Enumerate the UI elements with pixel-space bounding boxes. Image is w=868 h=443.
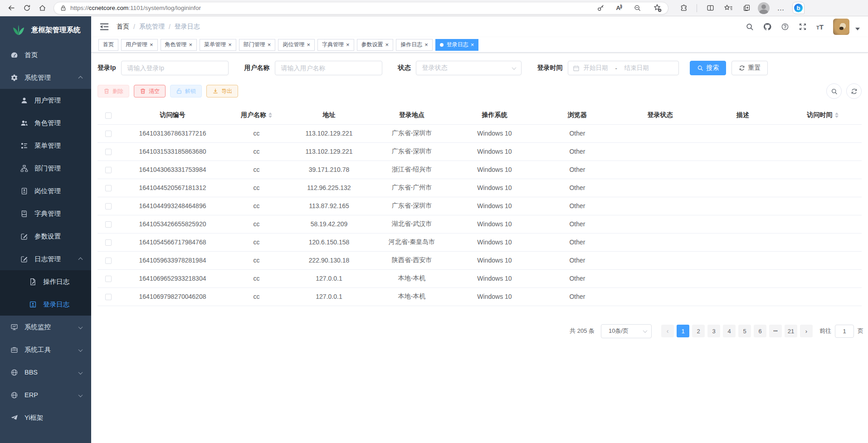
collections-icon[interactable] [740,1,753,15]
user-avatar[interactable] [833,19,849,35]
address-bar[interactable]: https://ccnetcore.com:1101/system/log/lo… [54,2,668,15]
browser-menu-icon[interactable]: … [774,1,788,15]
row-checkbox[interactable] [105,276,112,282]
tab-部门管理[interactable]: 部门管理× [239,39,276,51]
refresh-table-button[interactable] [846,83,862,99]
row-checkbox[interactable] [105,149,112,155]
tab-岗位管理[interactable]: 岗位管理× [278,39,315,51]
row-checkbox[interactable] [105,167,112,173]
username-input[interactable] [275,61,382,75]
sidebar-item-7[interactable]: 岗位管理 [0,180,91,202]
close-tab-icon[interactable]: × [150,42,153,48]
font-size-icon[interactable]: TT [816,23,824,31]
pager-page-button[interactable]: 2 [692,325,705,337]
help-icon[interactable] [781,23,789,31]
row-checkbox[interactable] [105,258,112,264]
copilot-icon[interactable]: b [792,2,805,14]
row-checkbox[interactable] [105,294,112,300]
sidebar-item-16[interactable]: ERP [0,384,91,406]
pager-page-button[interactable]: 6 [754,325,766,337]
toggle-search-button[interactable] [826,83,842,99]
favorites-icon[interactable] [722,1,735,15]
select-all-checkbox[interactable] [105,112,112,119]
sort-caret-icon[interactable] [835,111,839,120]
sort-caret-icon[interactable] [268,111,272,120]
status-select[interactable]: 登录状态 [416,61,522,75]
pager-page-button[interactable]: 4 [723,325,736,337]
prev-page-button[interactable]: ‹ [661,325,674,337]
split-screen-icon[interactable] [703,1,717,15]
pager-page-button[interactable]: 21 [785,325,797,337]
sidebar-item-6[interactable]: 部门管理 [0,157,91,180]
tab-角色管理[interactable]: 角色管理× [161,39,197,51]
refresh-icon[interactable] [20,1,34,15]
page-size-select[interactable]: 10条/页 [601,324,652,338]
next-page-button[interactable]: › [800,325,813,337]
tab-首页[interactable]: 首页 [98,39,118,51]
read-aloud-icon[interactable]: A)) [616,4,622,11]
tab-用户管理[interactable]: 用户管理× [121,39,158,51]
sidebar-item-15[interactable]: BBS [0,361,91,384]
export-button[interactable]: 导出 [206,85,238,97]
sidebar-item-9[interactable]: 参数设置 [0,225,91,248]
close-tab-icon[interactable]: × [268,42,271,48]
tab-字典管理[interactable]: 字典管理× [317,39,354,51]
tab-菜单管理[interactable]: 菜单管理× [200,39,236,51]
back-icon[interactable] [5,1,18,15]
tab-登录日志[interactable]: 登录日志× [435,39,479,51]
sidebar-item-3[interactable]: 用户管理 [0,89,91,112]
sidebar-item-5[interactable]: 菜单管理 [0,134,91,157]
header-search-icon[interactable] [746,23,754,31]
close-tab-icon[interactable]: × [307,42,310,48]
password-key-icon[interactable] [597,4,605,12]
sidebar-item-10[interactable]: 日志管理 [0,248,91,270]
add-favorite-icon[interactable] [653,4,662,12]
close-tab-icon[interactable]: × [346,42,350,48]
row-checkbox[interactable] [105,185,112,191]
date-range-picker[interactable]: 开始日期 - 结束日期 [568,61,679,75]
avatar-caret-icon[interactable] [855,28,860,33]
home-icon[interactable] [35,1,49,15]
table-row: 1641031367863177216cc113.102.129.221广东省-… [98,124,862,142]
reset-button[interactable]: 重置 [731,61,768,75]
login-ip-input[interactable] [121,61,229,75]
chevron-down-icon [512,65,517,70]
sidebar-item-2[interactable]: 系统管理 [0,66,91,89]
unlock-button[interactable]: 解锁 [170,85,202,97]
sidebar-item-12[interactable]: 登录日志 [0,293,91,316]
tab-操作日志[interactable]: 操作日志× [396,39,433,51]
pager-more-button[interactable]: ••• [769,325,782,337]
goto-page-input[interactable] [835,325,854,338]
fullscreen-icon[interactable] [799,23,807,31]
sidebar-item-13[interactable]: 系统监控 [0,316,91,338]
sidebar-fold-icon[interactable] [99,22,109,32]
pager-page-button[interactable]: 3 [707,325,720,337]
search-button[interactable]: 搜索 [690,61,726,75]
close-tab-icon[interactable]: × [471,42,474,48]
close-tab-icon[interactable]: × [189,42,193,48]
tab-参数设置[interactable]: 参数设置× [357,39,394,51]
github-icon[interactable] [763,23,771,31]
sidebar-item-11[interactable]: 操作日志 [0,270,91,293]
close-tab-icon[interactable]: × [424,42,428,48]
close-tab-icon[interactable]: × [228,42,232,48]
row-checkbox[interactable] [105,221,112,228]
browser-profile-avatar[interactable] [758,2,770,14]
zoom-out-icon[interactable] [634,4,641,12]
row-checkbox[interactable] [105,239,112,246]
pager-page-button[interactable]: 5 [738,325,751,337]
sidebar-item-14[interactable]: 系统工具 [0,338,91,361]
pager-page-button[interactable]: 1 [677,325,689,337]
row-checkbox[interactable] [105,203,112,209]
sidebar-item-1[interactable]: 首页 [0,44,91,66]
clear-button[interactable]: 清空 [134,85,166,97]
sidebar-item-17[interactable]: Yi框架 [0,406,91,429]
sidebar-item-4[interactable]: 角色管理 [0,112,91,134]
sidebar-item-8[interactable]: 字典管理 [0,202,91,225]
breadcrumb-home[interactable]: 首页 [117,23,129,31]
sidebar-item-label: 日志管理 [34,255,61,263]
close-tab-icon[interactable]: × [385,42,389,48]
extensions-icon[interactable] [677,1,690,15]
row-checkbox[interactable] [105,131,112,137]
delete-button[interactable]: 删除 [98,85,129,97]
